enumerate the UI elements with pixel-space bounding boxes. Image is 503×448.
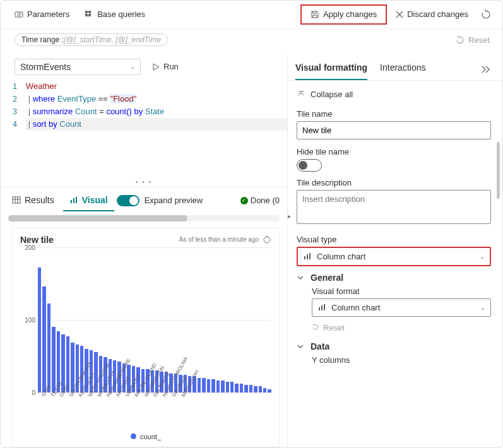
run-button[interactable]: Run xyxy=(146,59,185,74)
bar xyxy=(211,379,215,392)
bar xyxy=(235,384,238,392)
tab-results[interactable]: Results xyxy=(6,190,61,211)
svg-rect-11 xyxy=(73,198,74,203)
bar xyxy=(263,388,266,392)
tab-visual-formatting[interactable]: Visual formatting xyxy=(295,59,367,80)
play-icon xyxy=(152,63,160,71)
time-range-reset-label: Reset xyxy=(468,35,490,45)
resize-handle[interactable]: • • • xyxy=(1,175,287,187)
column-chart-icon xyxy=(303,252,312,261)
time-range-bar: Time range : [@]_startTime, [@]_endTime … xyxy=(1,29,502,54)
tile-name-input[interactable] xyxy=(297,121,491,139)
check-icon: ✓ xyxy=(240,197,248,204)
grid-icon xyxy=(85,10,93,19)
svg-rect-14 xyxy=(304,256,305,259)
legend-swatch xyxy=(131,433,136,439)
svg-text:@: @ xyxy=(17,12,21,16)
main-split: StormEvents ⌄ Run 1Weather 2 | where Eve… xyxy=(1,54,502,449)
bar xyxy=(249,385,252,392)
apply-changes-label: Apply changes xyxy=(323,9,377,19)
section-general[interactable]: General xyxy=(297,266,491,286)
visual-type-highlight: Column chart ⌄ xyxy=(297,247,491,266)
data-source-dropdown[interactable]: StormEvents ⌄ xyxy=(15,59,141,75)
tab-results-label: Results xyxy=(25,195,54,205)
query-status: ✓ Done (0 xyxy=(240,196,282,205)
chart-tile: New tile As of less than a minute ago 01… xyxy=(12,228,280,447)
parameters-label: Parameters xyxy=(27,9,69,19)
y-tick: 0 xyxy=(32,389,35,396)
run-label: Run xyxy=(163,62,179,71)
chevron-down-icon: ⌄ xyxy=(480,304,485,311)
tab-visual[interactable]: Visual xyxy=(63,190,114,211)
y-tick: 200 xyxy=(25,244,35,251)
expand-preview-label: Expand preview xyxy=(145,196,203,205)
apply-changes-button[interactable]: Apply changes xyxy=(307,8,381,20)
visual-format-reset[interactable]: Reset xyxy=(312,323,491,333)
tile-description-input[interactable] xyxy=(297,190,491,224)
top-toolbar: @ Parameters Base queries Apply changes … xyxy=(1,1,502,29)
chart-area: 0100200 IOWATEXASOHIOSOUTH DAKOTAKENTUCK… xyxy=(20,247,271,430)
column-chart-icon xyxy=(317,303,326,312)
visual-format-dropdown[interactable]: Column chart ⌄ xyxy=(312,298,491,317)
svg-rect-19 xyxy=(324,304,325,310)
svg-rect-10 xyxy=(71,200,72,203)
horizontal-scrollbar[interactable] xyxy=(8,215,280,221)
data-source-value: StormEvents xyxy=(20,62,71,72)
status-text: Done (0 xyxy=(251,196,280,205)
right-panel-body: Collapse all Tile name Hide tile name Ti… xyxy=(288,81,502,449)
time-range-chip[interactable]: Time range : [@]_startTime, [@]_endTime xyxy=(15,33,168,46)
chart-subtitle: As of less than a minute ago xyxy=(179,236,259,243)
svg-rect-15 xyxy=(307,254,308,259)
table-icon xyxy=(12,196,21,204)
svg-rect-5 xyxy=(88,14,91,16)
chevron-down-icon xyxy=(297,274,304,281)
tab-visual-label: Visual xyxy=(82,195,108,205)
bar xyxy=(202,378,205,392)
refresh-button[interactable] xyxy=(477,6,495,23)
bar xyxy=(254,386,257,392)
svg-rect-16 xyxy=(309,253,311,259)
svg-rect-4 xyxy=(85,14,88,16)
bar xyxy=(52,327,55,392)
hide-tile-name-label: Hide tile name xyxy=(297,147,491,156)
code-editor[interactable]: 1Weather 2 | where EventType == "Flood" … xyxy=(1,80,287,131)
chart-icon xyxy=(69,196,78,204)
more-button[interactable] xyxy=(477,62,495,77)
parameters-button[interactable]: @ Parameters xyxy=(8,6,76,23)
vertical-scrollbar[interactable] xyxy=(497,142,500,199)
chart-legend: count_ xyxy=(20,430,271,443)
svg-rect-18 xyxy=(321,305,323,310)
save-icon xyxy=(311,10,319,19)
bar xyxy=(226,382,229,392)
y-tick: 100 xyxy=(25,316,35,323)
time-range-reset-button[interactable]: Reset xyxy=(451,33,495,47)
expand-preview-toggle[interactable] xyxy=(117,195,139,206)
base-queries-label: Base queries xyxy=(97,9,145,19)
base-queries-button[interactable]: Base queries xyxy=(78,6,151,23)
parameters-icon: @ xyxy=(15,10,23,19)
refresh-icon[interactable] xyxy=(263,235,271,244)
discard-changes-button[interactable]: Discard changes xyxy=(389,6,475,23)
double-chevron-right-icon xyxy=(481,66,491,73)
tab-interactions[interactable]: Interactions xyxy=(380,59,425,80)
collapse-all-button[interactable]: Collapse all xyxy=(297,87,491,105)
tile-description-label: Tile description xyxy=(297,178,491,187)
undo-icon xyxy=(312,324,319,331)
bar xyxy=(216,380,220,392)
bar xyxy=(230,382,234,392)
undo-icon xyxy=(456,35,465,44)
hide-tile-name-toggle[interactable] xyxy=(297,159,322,172)
bar xyxy=(207,379,210,392)
bar xyxy=(259,386,262,392)
time-range-value: [@]_startTime, [@]_endTime xyxy=(64,35,161,44)
svg-rect-3 xyxy=(88,11,91,13)
right-panel: Visual formatting Interactions Collapse … xyxy=(288,54,502,449)
collapse-all-label: Collapse all xyxy=(311,90,353,99)
bar xyxy=(240,384,243,392)
visual-type-label: Visual type xyxy=(297,235,491,244)
section-data[interactable]: Data xyxy=(297,335,491,355)
visual-type-dropdown[interactable]: Column chart ⌄ xyxy=(298,248,490,265)
legend-label: count_ xyxy=(140,433,161,440)
tile-name-label: Tile name xyxy=(297,109,491,119)
svg-rect-2 xyxy=(85,11,88,13)
